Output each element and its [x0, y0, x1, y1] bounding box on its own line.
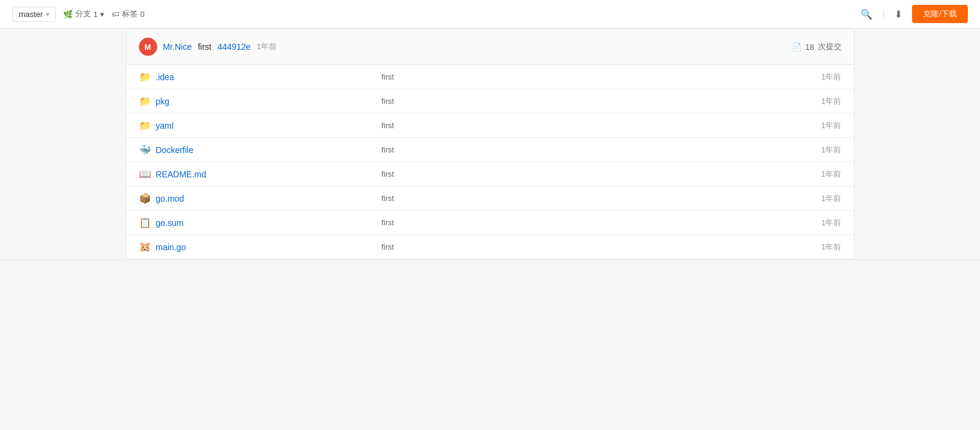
branch-selector[interactable]: master ▾ — [12, 7, 56, 22]
commit-msg-cell: first — [370, 97, 793, 106]
table-row: 📁 .idea first 1年前 — [127, 65, 854, 89]
table-row: 📦 go.mod first 1年前 — [127, 186, 854, 211]
table-row: 📖 README.md first 1年前 — [127, 162, 854, 186]
file-name-cell: 📁 yaml — [139, 120, 370, 131]
biaoqian-label: 标签 — [122, 9, 138, 19]
table-row: 🐳 Dockerfile first 1年前 — [127, 138, 854, 162]
gosum-icon: 📋 — [139, 217, 151, 228]
table-row: 🐹 main.go first 1年前 — [127, 235, 854, 259]
folder-icon: 📁 — [139, 71, 151, 83]
file-name-cell: 📦 go.mod — [139, 193, 370, 204]
folder-icon: 📁 — [139, 120, 151, 131]
file-time-cell: 1年前 — [793, 217, 842, 228]
file-name[interactable]: Dockerfile — [156, 145, 194, 155]
file-time-cell: 1年前 — [793, 145, 842, 155]
file-name[interactable]: yaml — [156, 121, 174, 131]
file-name-cell: 🐳 Dockerfile — [139, 144, 370, 155]
gomod-icon: 📦 — [139, 193, 151, 204]
file-name-cell: 📁 .idea — [139, 71, 370, 83]
file-name-cell: 📖 README.md — [139, 168, 370, 180]
file-time-cell: 1年前 — [793, 72, 842, 83]
commit-message: first — [198, 42, 212, 52]
top-bar-left: master ▾ 🌿 分支 1 ▾ 🏷 标签 0 — [12, 7, 144, 22]
fenzhi-number: 1 — [93, 10, 98, 19]
file-name[interactable]: go.sum — [156, 218, 184, 228]
commit-msg-cell: first — [370, 169, 793, 179]
readme-icon: 📖 — [139, 168, 151, 180]
docker-icon: 🐳 — [139, 144, 151, 155]
file-time-cell: 1年前 — [793, 120, 842, 131]
top-bar: master ▾ 🌿 分支 1 ▾ 🏷 标签 0 🔍 | ⬇ 克隆/下载 — [0, 0, 980, 29]
commit-msg-cell: first — [370, 145, 793, 154]
file-name[interactable]: main.go — [156, 242, 186, 252]
biaoqian-count[interactable]: 🏷 标签 0 — [112, 9, 144, 19]
file-name-cell: 🐹 main.go — [139, 241, 370, 253]
commit-hash[interactable]: 444912e — [218, 42, 251, 52]
fenzhi-label: 分支 — [75, 9, 91, 19]
file-time-cell: 1年前 — [793, 242, 842, 253]
clone-button[interactable]: ⬇ — [892, 6, 905, 22]
commit-msg-cell: first — [370, 121, 793, 130]
commit-msg-cell: first — [370, 218, 793, 227]
file-name-cell: 📋 go.sum — [139, 217, 370, 228]
branch-label: master — [19, 10, 43, 19]
fenzhi-chevron: ▾ — [100, 10, 104, 19]
download-button[interactable]: 克隆/下载 — [912, 5, 968, 23]
file-browser: M Mr.Nice first 444912e 1年前 📄 18 次提交 📁 .… — [126, 29, 854, 259]
file-name[interactable]: pkg — [156, 97, 170, 106]
biaoqian-icon: 🏷 — [112, 10, 120, 19]
file-time-cell: 1年前 — [793, 169, 842, 180]
folder-icon: 📁 — [139, 95, 151, 107]
table-row: 📁 pkg first 1年前 — [127, 89, 854, 114]
commit-header: M Mr.Nice first 444912e 1年前 📄 18 次提交 — [127, 29, 854, 65]
file-list: 📁 .idea first 1年前 📁 pkg first 1年前 📁 yaml… — [127, 65, 854, 259]
commit-header-right[interactable]: 📄 18 次提交 — [792, 41, 841, 52]
file-name[interactable]: go.mod — [156, 194, 184, 203]
file-name[interactable]: README.md — [156, 169, 206, 179]
commit-header-left: M Mr.Nice first 444912e 1年前 — [139, 38, 277, 56]
commit-count: 18 — [805, 43, 814, 52]
table-row: 📁 yaml first 1年前 — [127, 114, 854, 138]
commit-msg-cell: first — [370, 242, 793, 251]
table-row: 📋 go.sum first 1年前 — [127, 211, 854, 235]
maingo-icon: 🐹 — [139, 241, 151, 253]
commit-count-icon: 📄 — [792, 43, 802, 52]
file-time-cell: 1年前 — [793, 193, 842, 204]
separator: | — [882, 9, 885, 19]
commit-count-label: 次提交 — [818, 41, 842, 52]
commit-msg-cell: first — [370, 72, 793, 81]
commit-author[interactable]: Mr.Nice — [163, 42, 192, 52]
file-name[interactable]: .idea — [156, 72, 174, 82]
commit-msg-cell: first — [370, 194, 793, 203]
file-time-cell: 1年前 — [793, 96, 842, 107]
avatar: M — [139, 38, 157, 56]
top-bar-right: 🔍 | ⬇ 克隆/下载 — [858, 5, 968, 23]
footer-bar — [0, 259, 980, 278]
file-name-cell: 📁 pkg — [139, 95, 370, 107]
branch-chevron: ▾ — [46, 11, 49, 18]
biaoqian-number: 0 — [140, 10, 144, 19]
fenzhi-count[interactable]: 🌿 分支 1 ▾ — [63, 9, 104, 19]
fenzhi-icon: 🌿 — [63, 10, 73, 19]
search-button[interactable]: 🔍 — [858, 6, 875, 22]
commit-time: 1年前 — [257, 41, 277, 52]
